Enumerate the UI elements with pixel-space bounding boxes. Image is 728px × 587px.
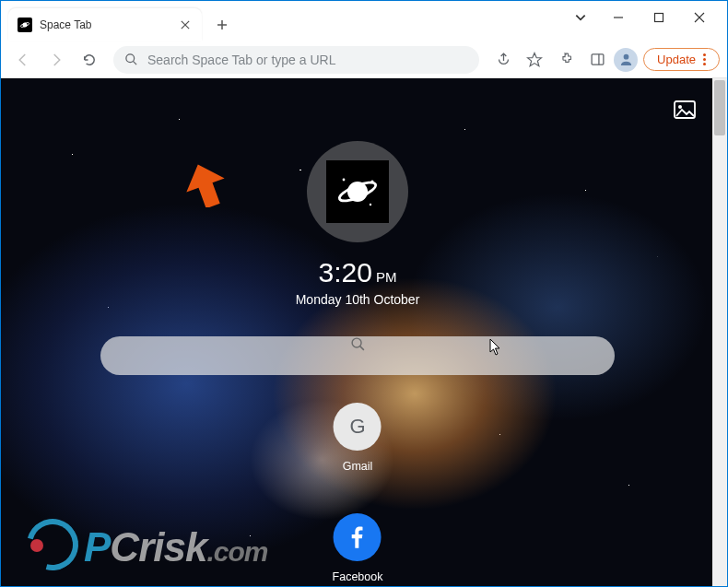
address-bar-placeholder: Search Space Tab or type a URL [147,53,335,67]
shortcut-label: Facebook [333,570,383,583]
page-search-input[interactable] [100,336,615,375]
time-value: 3:20 [319,257,372,288]
profile-avatar[interactable] [614,48,638,72]
svg-rect-2 [655,14,663,22]
minimize-button[interactable] [602,1,635,34]
clock-widget: 3:20PM Monday 10th October [296,257,420,307]
bookmark-button[interactable] [520,45,549,75]
vertical-scrollbar[interactable] [712,78,727,587]
tab-search-button[interactable] [567,11,594,24]
reload-button[interactable] [75,45,104,75]
svg-point-5 [623,54,628,60]
browser-tab[interactable]: Space Tab [8,8,202,41]
newtab-background: 3:20PM Monday 10th October G Gmail Faceb… [1,78,714,587]
svg-point-13 [352,338,361,347]
forward-button[interactable] [41,45,71,75]
svg-point-12 [370,204,371,205]
share-button[interactable] [488,45,518,75]
svg-point-3 [126,54,135,63]
watermark-crisk: Crisk [110,524,206,569]
shortcut-facebook[interactable]: Facebook [333,513,383,583]
sidepanel-button[interactable] [582,45,612,75]
planet-icon [326,160,389,223]
page-viewport: 3:20PM Monday 10th October G Gmail Faceb… [1,78,727,587]
browser-toolbar: Search Space Tab or type a URL Update [1,41,727,78]
new-tab-button[interactable] [209,12,235,38]
close-window-button[interactable] [683,1,716,34]
svg-point-10 [343,179,346,182]
clock-time: 3:20PM [319,257,397,288]
gmail-icon: G [334,403,382,451]
mouse-cursor-icon [489,338,502,357]
search-icon [350,336,366,352]
tab-favicon-planet-icon [18,18,32,32]
clock-date: Monday 10th October [296,292,420,307]
extensions-button[interactable] [551,45,581,75]
svg-point-7 [678,105,682,109]
shortcuts-row: G Gmail Facebook Twitter YouTube LinkedI… [333,403,383,587]
annotation-arrow-icon [185,163,226,207]
time-ampm: PM [376,269,397,285]
update-label: Update [657,53,696,66]
watermark-tld: .com [206,536,267,567]
tab-close-button[interactable] [178,18,193,32]
search-icon [124,53,138,66]
update-button[interactable]: Update [643,48,720,71]
shortcut-label: Gmail [343,460,373,473]
scrollbar-thumb[interactable] [714,80,725,135]
maximize-button[interactable] [642,1,675,34]
facebook-icon [334,513,382,561]
menu-dots-icon [703,58,706,61]
back-button[interactable] [8,45,38,75]
address-bar[interactable]: Search Space Tab or type a URL [113,46,479,74]
window-controls [567,1,727,34]
svg-rect-4 [592,54,604,65]
pcrisk-watermark: PCrisk.com [27,519,267,576]
watermark-p: P [84,524,110,569]
wallpaper-toggle-button[interactable] [674,100,696,119]
shortcut-gmail[interactable]: G Gmail [334,403,382,473]
pcrisk-logo-icon [27,519,84,576]
extension-logo [307,141,408,242]
titlebar: Space Tab [1,1,727,41]
svg-point-11 [370,180,373,182]
tab-title: Space Tab [40,18,170,31]
